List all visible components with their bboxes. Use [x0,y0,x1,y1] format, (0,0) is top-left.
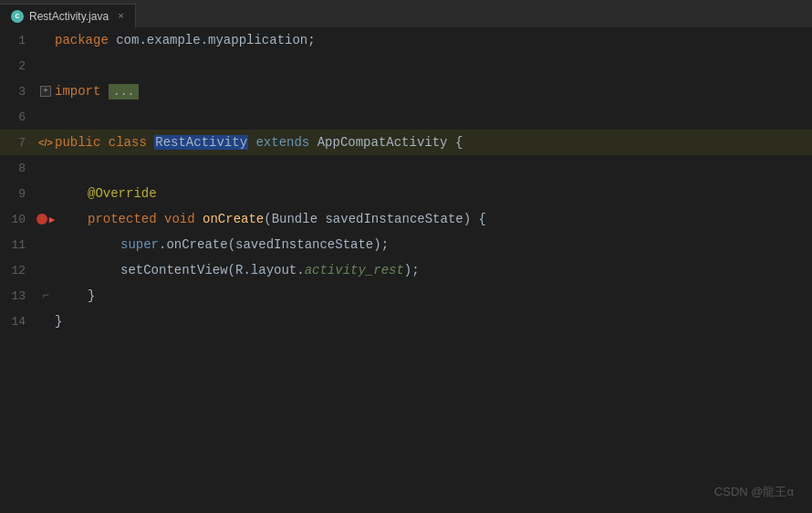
line-number-12: 12 [0,257,36,283]
gutter-7: </> [36,130,55,155]
tab-file-icon: C [11,10,24,23]
gutter-3: + [36,79,55,104]
layout-name: activity_rest [305,263,404,277]
line-content-10: protected void onCreate(Bundle savedInst… [55,206,812,232]
code-line-13: 13 ⌐ } [0,283,812,309]
keyword: package [55,33,116,47]
line-number-6: 6 [0,104,36,130]
line-content-2 [55,53,812,79]
code-line-1: 1 package com.example.myapplication; [0,27,812,53]
collapsed-import[interactable]: ... [109,84,139,99]
keyword: import [55,84,100,99]
code-text: com.example.myapplication; [116,33,315,47]
line-number-2: 2 [0,53,36,79]
line-content-14: } [55,309,812,334]
keyword-super: super [120,237,159,252]
line-content-9: @Override [55,181,812,206]
class-name-highlight: RestActivity [154,135,248,150]
method-call: setContentView(R.layout. [120,263,305,277]
keyword-extends: extends [248,135,318,150]
code-text: ); [404,263,420,277]
line-content-8 [55,155,812,181]
file-tab[interactable]: C RestActivity.java × [0,4,136,27]
gutter-10: ▶ [36,206,55,232]
gutter-13: ⌐ [36,283,55,309]
line-content-1: package com.example.myapplication; [55,27,812,53]
gutter-14 [36,309,55,334]
brace-close-class: } [55,314,62,329]
code-line-2: 2 [0,53,812,79]
code-line-12: 12 setContentView(R.layout.activity_rest… [0,257,812,283]
line-number-10: 10 [0,206,36,232]
gutter-2 [36,53,55,79]
line-content-12: setContentView(R.layout.activity_rest); [55,257,812,283]
line-number-11: 11 [0,232,36,257]
fold-toggle[interactable]: + [40,86,51,97]
line-content-6 [55,104,812,130]
line-content-3: import ... [55,79,812,104]
breakpoint-indicator[interactable] [36,214,47,225]
code-line-14: 14 } [0,309,812,334]
keyword-class: class [109,135,154,150]
annotation: @Override [88,186,157,201]
code-lines: 1 package com.example.myapplication; 2 3… [0,27,812,513]
line-content-13: } [55,283,812,309]
code-line-3: 3 + import ... [0,79,812,104]
line-number-7: 7 [0,130,36,155]
gutter-11 [36,232,55,257]
editor-body: 1 package com.example.myapplication; 2 3… [0,27,812,513]
tab-label: RestActivity.java [29,10,109,23]
keyword-public: public [55,135,109,150]
code-text: .onCreate(savedInstanceState); [159,237,389,252]
line-number-1: 1 [0,27,36,53]
method-params: (Bundle savedInstanceState) { [264,212,486,226]
line-number-8: 8 [0,155,36,181]
superclass-name: AppCompatActivity [318,135,455,150]
line-number-3: 3 [0,79,36,104]
line-content-11: super.onCreate(savedInstanceState); [55,232,812,257]
class-gutter-icon: </> [38,137,53,148]
line-number-9: 9 [0,181,36,206]
code-line-10: 10 ▶ protected void onCreate(Bundle save… [0,206,812,232]
method-name: onCreate [203,212,264,226]
gutter-1 [36,27,55,53]
brace-open: { [455,135,463,150]
keyword-void: void [164,212,203,226]
code-text [100,84,108,99]
code-line-7: 7 </> public class RestActivity extends … [0,130,812,155]
line-number-13: 13 [0,283,36,309]
code-line-11: 11 super.onCreate(savedInstanceState); [0,232,812,257]
gutter-9 [36,181,55,206]
keyword-protected: protected [88,212,164,226]
editor-container: C RestActivity.java × 1 package com.exam… [0,0,812,513]
tab-close-button[interactable]: × [118,11,124,22]
fold-close-icon[interactable]: ⌐ [42,289,48,302]
gutter-12 [36,257,55,283]
code-line-6: 6 [0,104,812,130]
tab-bar: C RestActivity.java × [0,0,812,27]
line-number-14: 14 [0,309,36,334]
brace-close: } [88,288,95,303]
code-line-8: 8 [0,155,812,181]
line-content-7: public class RestActivity extends AppCom… [55,130,812,155]
gutter-8 [36,155,55,181]
gutter-6 [36,104,55,130]
run-arrow-icon: ▶ [49,214,56,225]
code-line-9: 9 @Override [0,181,812,206]
